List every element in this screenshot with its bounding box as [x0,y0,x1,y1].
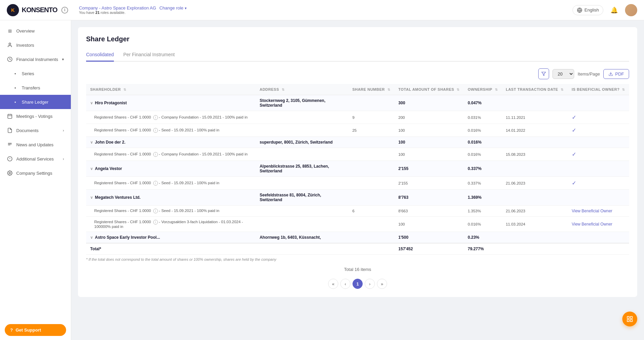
cell-ownership: 1.369% [464,190,502,206]
cell-share-number: 25 [348,124,394,137]
float-apps-button[interactable] [622,312,637,326]
sidebar-item-series[interactable]: ● Series [0,66,71,81]
table-row: Registered Shares - CHF 1.0000 i - Seed … [86,206,629,217]
cell-address: Alpenblickstrasse 25, 8853, Lachen, Swit… [256,161,348,177]
cell-shareholder: ∨Astro Space Early Investor Pool... [86,232,256,243]
page-size-select[interactable]: 20 10 50 100 [552,69,574,79]
roles-text: You have 21 roles available. [79,10,187,15]
sidebar-item-meetings-votings[interactable]: Meetings - Votings [0,109,71,123]
cell-ownership: 0.337% [464,161,502,177]
get-support-button[interactable]: ? Get Support [5,324,66,336]
svg-point-1 [9,43,11,45]
language-button[interactable]: English [572,5,603,15]
page-prev-button[interactable]: ‹ [340,279,350,289]
topbar: K KONSENTO ℹ Company - Astro Space Explo… [0,0,644,20]
sidebar-item-documents[interactable]: Documents › [0,123,71,137]
cell-ownership: 0.337% [464,177,502,190]
sidebar-item-transfers[interactable]: ● Transfers [0,81,71,95]
filter-button[interactable] [538,68,549,79]
table-row: ∨John Doe der 2. superduper, 8001, Züric… [86,137,629,148]
table-row: Registered Shares - CHF 1.0000 i - Compa… [86,148,629,161]
table-toolbar: 20 10 50 100 Items/Page PDF [86,68,629,79]
svg-point-5 [9,172,11,174]
sidebar-item-overview[interactable]: ⊞ Overview [0,24,71,38]
total-ownership: 79.277% [464,243,502,255]
cell-address [256,217,348,232]
cell-total-shares: 2'155 [394,177,464,190]
col-share-number: SHARE NUMBER ⇅ [348,84,394,95]
col-shareholder: SHAREHOLDER ⇅ [86,84,256,95]
cell-share-number [348,190,394,206]
sidebar-item-news-updates[interactable]: News and Updates [0,137,71,152]
cell-last-transaction [502,95,568,111]
sidebar-label-meetings: Meetings - Votings [16,114,53,119]
notification-icon[interactable]: 🔔 [609,5,620,16]
pagination: « ‹ 1 › » [86,279,629,289]
sidebar-label-share-ledger: Share Ledger [22,100,48,105]
cell-beneficial [568,95,629,111]
tabs: Consolidated Per Financial Instrument [86,48,629,62]
sidebar-item-financial-instruments[interactable]: Financial Instruments ▾ [0,52,71,66]
cell-beneficial: ✓ [568,124,629,137]
page-next-button[interactable]: › [365,279,375,289]
cell-shareholder: ∨Megatech Ventures Ltd. [86,190,256,206]
cell-shareholder: ∨John Doe der 2. [86,137,256,148]
cell-total-shares: 100 [394,124,464,137]
col-ownership: OWNERSHIP ⇅ [464,84,502,95]
cell-ownership: 0.016% [464,217,502,232]
view-beneficial-owner-link-2[interactable]: View Beneficial Owner [572,222,612,227]
cell-last-transaction: 14.01.2022 [502,124,568,137]
pagination-info: Total 16 items [86,267,629,272]
overview-icon: ⊞ [7,28,13,34]
page-first-button[interactable]: « [328,279,338,289]
cell-shareholder: Registered Shares - CHF 1.0000 i - Seed … [86,124,256,137]
sidebar-item-additional-services[interactable]: Additional Services › [0,152,71,166]
cell-share-number [348,148,394,161]
cell-total-shares: 2'155 [394,161,464,177]
company-name-text: Company - Astro Space Exploration AG [79,5,156,10]
sidebar-item-investors[interactable]: Investors [0,38,71,52]
company-name: Company - Astro Space Exploration AG Cha… [79,5,187,10]
filter-icon [541,71,546,76]
sidebar-item-share-ledger[interactable]: ● Share Ledger [0,95,71,109]
info-icon[interactable]: ℹ [61,7,68,14]
tab-per-financial-instrument[interactable]: Per Financial Instrument [123,48,175,62]
cell-beneficial [568,232,629,243]
table-row: Registered Shares - CHF 1.0000 i - Seed … [86,124,629,137]
cell-last-transaction [502,137,568,148]
cell-ownership: 0.016% [464,148,502,161]
svg-rect-10 [627,320,629,322]
topbar-left: K KONSENTO ℹ Company - Astro Space Explo… [7,4,187,16]
change-role-link[interactable]: Change role [159,5,183,10]
cell-share-number: 6 [348,206,394,217]
cell-beneficial: View Beneficial Owner [568,217,629,232]
table-header-row: SHAREHOLDER ⇅ ADDRESS ⇅ SHARE NUMBER ⇅ T… [86,84,629,95]
avatar-image [625,4,637,16]
cell-ownership: 1.353% [464,206,502,217]
svg-marker-6 [542,72,546,76]
sidebar-item-company-settings[interactable]: Company Settings [0,166,71,180]
news-icon [7,142,13,148]
view-beneficial-owner-link[interactable]: View Beneficial Owner [572,209,612,213]
cell-share-number [348,177,394,190]
pdf-button[interactable]: PDF [603,69,629,79]
language-label: English [584,7,599,13]
financial-instruments-chevron: ▾ [62,57,64,62]
items-per-page-label: Items/Page [578,71,600,77]
table-row: ∨Megatech Ventures Ltd. Seefeldstrasse 8… [86,190,629,206]
table-row: Registered Shares - CHF 1.0000 i - Seed … [86,177,629,190]
cell-last-transaction [502,232,568,243]
cell-total-shares: 300 [394,95,464,111]
svg-rect-11 [630,320,632,322]
table-footnote: * If the total does not correspond to th… [86,257,629,261]
page-last-button[interactable]: » [377,279,387,289]
pagination-section: Total 16 items « ‹ 1 › » [86,267,629,289]
avatar[interactable] [625,4,637,16]
page-1-button[interactable]: 1 [353,279,363,289]
col-last-transaction: LAST TRANSACTION DATE ⇅ [502,84,568,95]
col-address: ADDRESS ⇅ [256,84,348,95]
cell-beneficial [568,190,629,206]
tab-consolidated[interactable]: Consolidated [86,48,114,62]
cell-ownership: 0.23% [464,232,502,243]
change-role-chevron: ▾ [185,6,187,10]
